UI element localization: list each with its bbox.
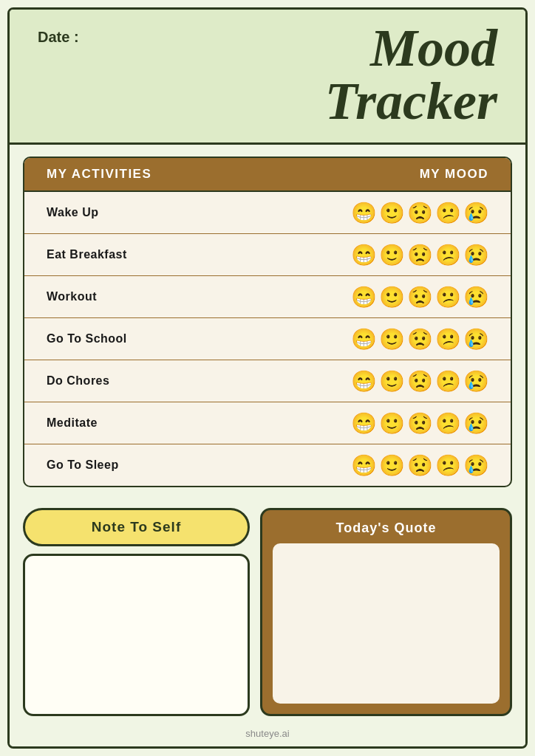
table-header: My Activities My Mood (24, 158, 511, 192)
mood-icons[interactable]: 😁 🙂 😟 😕 😢 (351, 326, 488, 351)
mood-face-worried[interactable]: 😕 (435, 410, 460, 436)
quote-title: Today's Quote (273, 520, 500, 536)
mood-face-sad[interactable]: 😟 (407, 368, 432, 394)
mood-face-worried[interactable]: 😕 (435, 284, 460, 309)
mood-face-smile[interactable]: 🙂 (379, 326, 404, 351)
mood-face-cry[interactable]: 😢 (463, 453, 488, 478)
content-area: My Activities My Mood Wake Up 😁 🙂 😟 😕 😢 (10, 145, 525, 746)
mood-face-happy[interactable]: 😁 (351, 200, 376, 225)
mood-face-smile[interactable]: 🙂 (379, 368, 404, 394)
mood-face-sad[interactable]: 😟 (407, 200, 432, 225)
mood-face-sad[interactable]: 😟 (407, 410, 432, 436)
activity-name: Workout (47, 290, 97, 303)
activities-table: My Activities My Mood Wake Up 😁 🙂 😟 😕 😢 (23, 157, 512, 487)
main-title: Mood Tracker (325, 21, 497, 128)
footer: shuteye.ai (23, 722, 512, 746)
mood-face-happy[interactable]: 😁 (351, 410, 376, 436)
mood-face-worried[interactable]: 😕 (435, 242, 460, 267)
activity-name: Go To School (47, 332, 127, 346)
table-row: Wake Up 😁 🙂 😟 😕 😢 (24, 192, 511, 234)
mood-face-sad[interactable]: 😟 (407, 453, 432, 478)
note-to-self-section: Note To Self (23, 508, 250, 716)
mood-face-smile[interactable]: 🙂 (379, 453, 404, 478)
activity-name: Go To Sleep (47, 458, 119, 472)
inner-content: Date : Mood Tracker My Activities My Moo… (10, 10, 525, 746)
activity-name: Wake Up (47, 206, 98, 219)
mood-face-happy[interactable]: 😁 (351, 284, 376, 309)
mood-icons[interactable]: 😁 🙂 😟 😕 😢 (351, 284, 488, 309)
mood-face-cry[interactable]: 😢 (463, 410, 488, 436)
mood-icons[interactable]: 😁 🙂 😟 😕 😢 (351, 453, 488, 478)
activity-name: Eat Breakfast (47, 248, 127, 261)
mood-face-smile[interactable]: 🙂 (379, 242, 404, 267)
activity-name: Meditate (47, 416, 98, 430)
mood-icons[interactable]: 😁 🙂 😟 😕 😢 (351, 242, 488, 267)
table-row: Meditate 😁 🙂 😟 😕 😢 (24, 402, 511, 444)
mood-face-happy[interactable]: 😁 (351, 242, 376, 267)
col2-header: My Mood (420, 167, 488, 182)
mood-face-sad[interactable]: 😟 (407, 284, 432, 309)
mood-face-worried[interactable]: 😕 (435, 200, 460, 225)
mood-face-happy[interactable]: 😁 (351, 368, 376, 394)
table-row: Workout 😁 🙂 😟 😕 😢 (24, 276, 511, 318)
quote-box[interactable] (273, 543, 500, 704)
col1-header: My Activities (47, 167, 151, 182)
date-label: Date : (38, 29, 79, 46)
mood-icons[interactable]: 😁 🙂 😟 😕 😢 (351, 200, 488, 225)
footer-text: shuteye.ai (245, 728, 289, 739)
mood-icons[interactable]: 😁 🙂 😟 😕 😢 (351, 368, 488, 394)
quote-section: Today's Quote (260, 508, 512, 716)
mood-face-cry[interactable]: 😢 (463, 200, 488, 225)
note-to-self-button[interactable]: Note To Self (23, 508, 250, 546)
note-to-self-box[interactable] (23, 554, 250, 716)
mood-face-smile[interactable]: 🙂 (379, 200, 404, 225)
mood-face-happy[interactable]: 😁 (351, 453, 376, 478)
table-row: Go To Sleep 😁 🙂 😟 😕 😢 (24, 444, 511, 486)
mood-face-smile[interactable]: 🙂 (379, 410, 404, 436)
mood-face-happy[interactable]: 😁 (351, 326, 376, 351)
mood-face-sad[interactable]: 😟 (407, 326, 432, 351)
mood-face-cry[interactable]: 😢 (463, 242, 488, 267)
mood-face-worried[interactable]: 😕 (435, 453, 460, 478)
mood-face-smile[interactable]: 🙂 (379, 284, 404, 309)
outer-border: Date : Mood Tracker My Activities My Moo… (7, 7, 528, 749)
mood-face-cry[interactable]: 😢 (463, 326, 488, 351)
header-section: Date : Mood Tracker (10, 10, 525, 145)
mood-face-cry[interactable]: 😢 (463, 368, 488, 394)
mood-face-cry[interactable]: 😢 (463, 284, 488, 309)
table-row: Go To School 😁 🙂 😟 😕 😢 (24, 318, 511, 360)
mood-face-worried[interactable]: 😕 (435, 368, 460, 394)
table-row: Eat Breakfast 😁 🙂 😟 😕 😢 (24, 234, 511, 276)
mood-face-worried[interactable]: 😕 (435, 326, 460, 351)
bottom-row: Note To Self Today's Quote (23, 508, 512, 722)
title-block: Mood Tracker (325, 21, 497, 128)
mood-face-sad[interactable]: 😟 (407, 242, 432, 267)
mood-icons[interactable]: 😁 🙂 😟 😕 😢 (351, 410, 488, 436)
activity-name: Do Chores (47, 374, 109, 388)
table-row: Do Chores 😁 🙂 😟 😕 😢 (24, 360, 511, 402)
page-wrapper: Date : Mood Tracker My Activities My Moo… (0, 0, 535, 756)
